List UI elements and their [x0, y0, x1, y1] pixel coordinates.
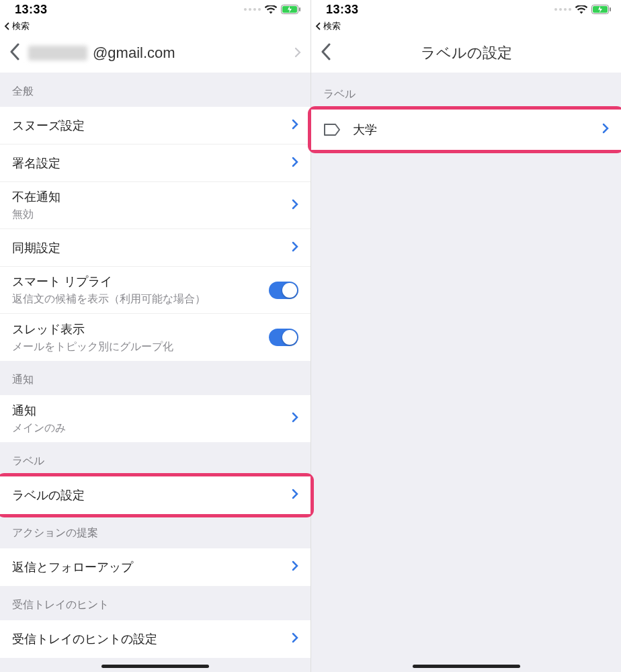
status-time: 13:33 — [15, 3, 48, 17]
row-smart-reply[interactable]: スマート リプライ 返信文の候補を表示（利用可能な場合） — [0, 267, 310, 314]
section-header-suggest: アクションの提案 — [0, 514, 310, 548]
section-header-inbox-hint: 受信トレイのヒント — [0, 586, 310, 620]
label: スヌーズ設定 — [12, 118, 292, 134]
row-thread[interactable]: スレッド表示 メールをトピック別にグループ化 — [0, 314, 310, 361]
chevron-right-icon — [292, 560, 298, 574]
section-header-general: 全般 — [0, 73, 310, 107]
row-inbox-hint-settings[interactable]: 受信トレイのヒントの設定 — [0, 620, 310, 658]
row-notify[interactable]: 通知 メインのみ — [0, 395, 310, 442]
home-indicator[interactable] — [413, 665, 520, 668]
chevron-right-icon — [292, 241, 298, 255]
label: 署名設定 — [12, 155, 292, 171]
return-to-search[interactable]: 検索 — [0, 19, 310, 34]
label: ラベルの設定 — [12, 487, 292, 503]
back-button[interactable] — [9, 43, 28, 63]
row-label-settings[interactable]: ラベルの設定 — [0, 476, 310, 514]
label: スレッド表示 — [12, 321, 269, 337]
nav-bar: @gmail.com — [0, 34, 310, 73]
cell-dots-icon — [244, 8, 261, 11]
label: 受信トレイのヒントの設定 — [12, 631, 292, 647]
return-to-search[interactable]: 検索 — [311, 19, 621, 34]
chevron-right-icon — [292, 412, 298, 425]
chevron-right-icon — [294, 44, 301, 62]
group-labels-highlight: ラベルの設定 — [0, 476, 310, 514]
row-sync[interactable]: 同期設定 — [0, 229, 310, 267]
battery-icon — [591, 5, 612, 14]
chevron-right-icon — [292, 632, 298, 646]
return-label: 検索 — [323, 20, 341, 32]
chevron-right-icon — [292, 199, 298, 212]
status-indicators — [554, 5, 612, 14]
wifi-icon — [575, 5, 587, 14]
chevron-right-icon — [292, 489, 298, 502]
svg-rect-5 — [610, 7, 611, 11]
battery-icon — [281, 5, 301, 14]
group-notifications: 通知 メインのみ — [0, 395, 310, 442]
row-snooze[interactable]: スヌーズ設定 — [0, 107, 310, 144]
status-time: 13:33 — [326, 3, 359, 17]
svg-rect-2 — [299, 7, 300, 11]
sub: メールをトピック別にグループ化 — [12, 340, 269, 354]
section-header-labels: ラベル — [311, 73, 621, 110]
label: スマート リプライ — [12, 274, 269, 290]
group-label-item-highlight: 大学 — [311, 110, 621, 150]
phone-right: 13:33 検索 ラベルの設定 ラベル 大学 — [310, 0, 621, 672]
label: 不在通知 — [12, 189, 292, 205]
status-bar: 13:33 — [0, 0, 310, 19]
row-away[interactable]: 不在通知 無効 — [0, 182, 310, 229]
status-indicators — [244, 5, 301, 14]
chevron-right-icon — [292, 157, 298, 170]
sub: メインのみ — [12, 421, 292, 435]
toggle-thread[interactable] — [269, 329, 298, 346]
wifi-icon — [265, 5, 277, 14]
sub: 無効 — [12, 208, 292, 222]
email-suffix: @gmail.com — [93, 44, 175, 62]
row-label-university[interactable]: 大学 — [311, 110, 621, 150]
row-followup[interactable]: 返信とフォローアップ — [0, 548, 310, 586]
sub: 返信文の候補を表示（利用可能な場合） — [12, 292, 269, 306]
row-signature[interactable]: 署名設定 — [0, 144, 310, 182]
chevron-right-icon — [292, 119, 298, 132]
page-title: ラベルの設定 — [321, 43, 612, 63]
chevron-right-icon — [602, 123, 609, 136]
section-header-notifications: 通知 — [0, 361, 310, 395]
status-bar: 13:33 — [311, 0, 621, 19]
return-label: 検索 — [12, 20, 30, 32]
label: 通知 — [12, 403, 292, 419]
home-indicator[interactable] — [101, 665, 209, 668]
phone-left: 13:33 検索 @gmail.com 全般 スヌーズ設定 署名設定 — [0, 0, 310, 672]
label: 大学 — [353, 122, 602, 138]
label: 返信とフォローアップ — [12, 559, 292, 575]
nav-bar: ラベルの設定 — [311, 34, 621, 73]
label-icon — [323, 123, 353, 136]
redacted-email-prefix — [28, 46, 87, 60]
group-inbox-hint: 受信トレイのヒントの設定 — [0, 620, 310, 658]
account-title[interactable]: @gmail.com — [28, 44, 301, 62]
cell-dots-icon — [554, 8, 571, 11]
group-general: スヌーズ設定 署名設定 不在通知 無効 同期設定 スマート リプライ 返信文の候… — [0, 107, 310, 361]
section-header-labels: ラベル — [0, 442, 310, 476]
toggle-smart-reply[interactable] — [269, 282, 298, 299]
label: 同期設定 — [12, 240, 292, 256]
group-suggest: 返信とフォローアップ — [0, 548, 310, 586]
